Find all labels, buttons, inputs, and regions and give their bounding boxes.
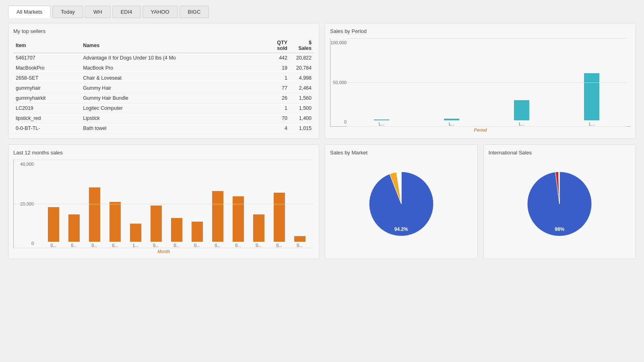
- bar-12m: [151, 206, 162, 242]
- bar-12m: [68, 214, 80, 242]
- tab-all-markets[interactable]: All Markets: [8, 6, 51, 18]
- bar-12m-label: 1...: [133, 243, 138, 248]
- bar-12m-label: 0...: [112, 243, 118, 248]
- table-row: 2658-SET Chair & Loveseat 1 4,998: [13, 73, 314, 83]
- bar-12m-label: 0...: [256, 243, 262, 248]
- international-sales-panel: International Sales 98%: [483, 144, 636, 259]
- bar-12m-label: 0...: [215, 243, 221, 248]
- sales-period-title: Sales by Period: [330, 28, 631, 34]
- table-row: MacBookPro MacBook Pro 19 20,784: [13, 63, 314, 73]
- market-pie-label: 94.2%: [394, 226, 408, 232]
- international-sales-title: International Sales: [489, 150, 631, 156]
- bar-12m-label: 0...: [71, 243, 77, 248]
- tab-today[interactable]: Today: [52, 6, 83, 18]
- bar-wrap-12m: 0...: [89, 164, 100, 248]
- col-item-header: Item: [13, 38, 80, 53]
- table-row: 0-0-BT-TL- Bath towel 4 1,015: [13, 123, 314, 134]
- cell-name: Chair & Loveseat: [80, 73, 270, 83]
- last12-chart: 40,000 20,000 0 0... 0... 0... 0... 1..: [13, 160, 314, 248]
- cell-name: Advantage II for Dogs Under 10 lbs (4 Mo: [80, 53, 270, 63]
- cell-name: Logitec Computer: [80, 103, 270, 113]
- bar-12m-label: 0...: [277, 243, 282, 248]
- cell-item: gummyhairkit: [13, 93, 80, 103]
- bar-wrap-12m: 0...: [274, 164, 285, 248]
- bar-wrap-12m: 0...: [68, 164, 80, 248]
- col-sales-header: $Sales: [290, 38, 314, 53]
- cell-item: 2658-SET: [13, 73, 80, 83]
- cell-sales: 1,400: [290, 113, 314, 123]
- period-grid-lines: [347, 38, 627, 126]
- bar-12m-label: 0...: [194, 243, 200, 248]
- bar-wrap-12m: 0...: [294, 164, 305, 248]
- sales-by-market-title: Sales by Market: [330, 150, 473, 156]
- last12-panel: Last 12 months sales 40,000 20,000 0 0..…: [8, 144, 319, 259]
- cell-sales: 1,500: [290, 103, 314, 113]
- cell-name: MacBook Pro: [80, 63, 270, 73]
- bar-wrap-12m: 1...: [130, 164, 141, 248]
- top-sellers-title: My top sellers: [13, 28, 314, 34]
- bar-12m-label: 0...: [153, 243, 159, 248]
- cell-sales: 1,560: [290, 93, 314, 103]
- bottom-right-panels: Sales by Market 94.2% International Sale…: [325, 144, 636, 259]
- cell-qty: 1: [270, 73, 290, 83]
- bar-wrap-12m: 0...: [253, 164, 264, 248]
- cell-sales: 2,464: [290, 83, 314, 93]
- sales-period-panel: Sales by Period 100,000 50,000 0 L... L.…: [325, 23, 636, 139]
- tab-yahoo[interactable]: YAHOO: [142, 6, 178, 18]
- table-row: LC2019 Logitec Computer 1 1,500: [13, 103, 314, 113]
- bar-12m: [253, 214, 264, 242]
- bar-wrap-12m: 0...: [109, 164, 121, 248]
- cell-item: gummyhair: [13, 83, 80, 93]
- bar-wrap-12m: 0...: [48, 164, 59, 248]
- table-row: gummyhairkit Gummy Hair Bundle 26 1,560: [13, 93, 314, 103]
- bar-wrap-12m: 0...: [233, 164, 244, 248]
- bar-12m: [212, 191, 223, 242]
- cell-sales: 4,998: [290, 73, 314, 83]
- cell-name: Gummy Hair: [80, 83, 270, 93]
- bar-12m: [48, 207, 59, 242]
- tab-wh[interactable]: WH: [85, 6, 111, 18]
- period-x-label: Period: [330, 128, 631, 132]
- sales-period-chart: 100,000 50,000 0 L... L... L... L...: [330, 38, 631, 127]
- bar-12m-label: 0...: [235, 243, 241, 248]
- tab-edi4[interactable]: EDI4: [112, 6, 141, 18]
- table-row: 5461707 Advantage II for Dogs Under 10 l…: [13, 53, 314, 63]
- cell-qty: 26: [270, 93, 290, 103]
- cell-item: lipstick_red: [13, 113, 80, 123]
- bar-12m: [294, 236, 305, 242]
- cell-sales: 1,015: [290, 123, 314, 134]
- bar-12m: [89, 187, 100, 242]
- col-qty-header: QTYsold: [270, 38, 290, 53]
- bar-12m: [109, 202, 121, 242]
- top-sellers-table-wrapper[interactable]: Item Names QTYsold $Sales 5461707 Advant…: [13, 38, 314, 134]
- bar-12m: [233, 196, 244, 242]
- cell-sales: 20,822: [290, 53, 314, 63]
- cell-item: MacBookPro: [13, 63, 80, 73]
- cell-qty: 442: [270, 53, 290, 63]
- international-sales-chart: 98%: [489, 160, 631, 248]
- cell-name: Bath towel: [80, 123, 270, 134]
- tab-bigc[interactable]: BIGC: [180, 6, 209, 18]
- last12-x-label: Month: [13, 249, 314, 254]
- bar-12m-label: 0...: [297, 243, 303, 248]
- cell-name: Gummy Hair Bundle: [80, 93, 270, 103]
- cell-sales: 20,784: [290, 63, 314, 73]
- cell-item: LC2019: [13, 103, 80, 113]
- bar-12m-label: 0...: [174, 243, 180, 248]
- cell-name: Lipstick: [80, 113, 270, 123]
- tabs-bar: All Markets Today WH EDI4 YAHOO BIGC: [0, 0, 644, 18]
- cell-qty: 19: [270, 63, 290, 73]
- intl-pie-label: 98%: [555, 226, 564, 232]
- period-y-labels: 100,000 50,000 0: [330, 38, 347, 126]
- bar-wrap-12m: 0...: [192, 164, 203, 248]
- bar-12m: [171, 218, 182, 242]
- cell-qty: 1: [270, 103, 290, 113]
- bar-12m-label: 0...: [92, 243, 97, 248]
- dashboard: My top sellers Item Names QTYsold $Sales…: [0, 18, 644, 267]
- bar-wrap-12m: 0...: [212, 164, 223, 248]
- col-names-header: Names: [80, 38, 270, 53]
- top-sellers-panel: My top sellers Item Names QTYsold $Sales…: [8, 23, 319, 139]
- sales-by-market-chart: 94.2%: [330, 160, 473, 248]
- bar-12m: [130, 224, 141, 242]
- cell-qty: 4: [270, 123, 290, 134]
